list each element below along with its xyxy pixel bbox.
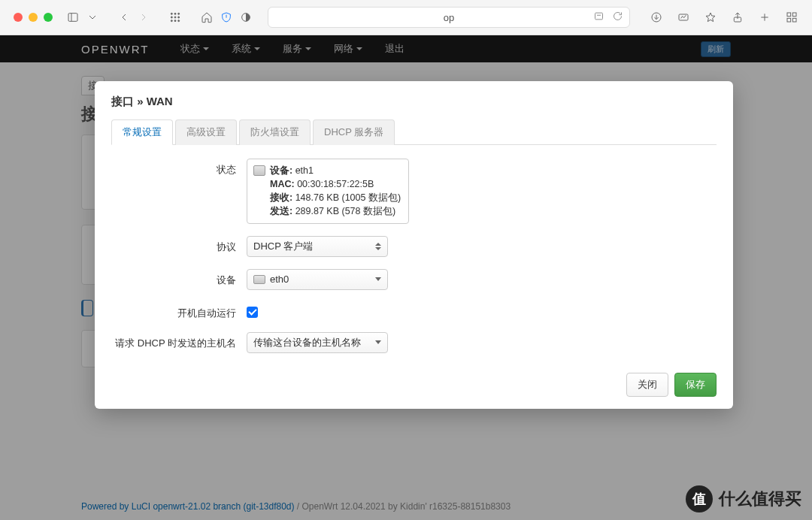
label-status: 状态	[111, 159, 247, 177]
svg-point-10	[178, 20, 180, 22]
row-protocol: 协议 DHCP 客户端	[111, 236, 717, 257]
privacy-half-icon[interactable]	[239, 11, 253, 24]
browser-toolbar: op	[0, 0, 812, 35]
status-box: 设备: eth1 MAC: 00:30:18:57:22:5B 接收: 148.…	[247, 159, 409, 224]
svg-rect-24	[787, 18, 791, 22]
forward-icon[interactable]	[137, 11, 150, 24]
url-text: op	[444, 12, 454, 23]
svg-point-9	[174, 20, 176, 22]
nic-icon	[253, 165, 265, 176]
tab-firewall[interactable]: 防火墙设置	[239, 119, 311, 145]
sidebar-toggle-icon[interactable]	[66, 11, 80, 24]
label-hostname: 请求 DHCP 时发送的主机名	[111, 332, 247, 350]
share-icon[interactable]	[731, 11, 744, 24]
maximize-window-button[interactable]	[44, 13, 53, 22]
modal-tabs: 常规设置 高级设置 防火墙设置 DHCP 服务器	[111, 119, 717, 145]
svg-marker-18	[706, 13, 715, 22]
label-protocol: 协议	[111, 236, 247, 254]
svg-point-3	[174, 13, 176, 14]
home-icon[interactable]	[200, 11, 214, 24]
chevron-down-icon[interactable]	[86, 11, 99, 24]
chevron-down-icon	[375, 340, 381, 344]
row-hostname: 请求 DHCP 时发送的主机名 传输这台设备的主机名称	[111, 332, 717, 353]
minimize-window-button[interactable]	[29, 13, 38, 22]
label-autostart: 开机自动运行	[111, 302, 247, 320]
svg-rect-13	[595, 13, 603, 20]
reader-icon[interactable]	[593, 11, 604, 24]
tabs-icon[interactable]	[785, 11, 798, 24]
svg-rect-22	[787, 13, 791, 17]
row-status: 状态 设备: eth1 MAC: 00:30:18:57:22:5B 接收: 1…	[111, 159, 717, 224]
autostart-checkbox[interactable]	[247, 307, 258, 318]
protocol-value: DHCP 客户端	[253, 240, 313, 253]
close-window-button[interactable]	[14, 13, 23, 22]
window-controls	[14, 13, 53, 22]
interface-edit-modal: 接口 » WAN 常规设置 高级设置 防火墙设置 DHCP 服务器 状态 设备:…	[95, 81, 733, 409]
apps-grid-icon[interactable]	[168, 11, 182, 24]
row-autostart: 开机自动运行	[111, 302, 717, 320]
svg-point-8	[171, 20, 172, 22]
watermark: 值 什么值得买	[686, 485, 801, 512]
tab-advanced[interactable]: 高级设置	[175, 119, 237, 145]
close-button[interactable]: 关闭	[626, 373, 668, 397]
reload-icon[interactable]	[612, 11, 623, 24]
svg-point-6	[174, 17, 176, 18]
watermark-text: 什么值得买	[719, 488, 801, 510]
tab-general[interactable]: 常规设置	[111, 119, 173, 145]
shield-icon[interactable]	[220, 11, 233, 24]
modal-title: 接口 » WAN	[111, 95, 717, 109]
svg-point-7	[178, 17, 180, 18]
svg-point-5	[171, 17, 172, 18]
hostname-select[interactable]: 传输这台设备的主机名称	[247, 332, 388, 353]
svg-rect-23	[792, 13, 796, 17]
nic-icon	[253, 275, 265, 284]
svg-rect-0	[68, 14, 77, 22]
label-device: 设备	[111, 269, 247, 287]
chevron-down-icon	[375, 277, 381, 281]
back-icon[interactable]	[117, 11, 131, 24]
hostname-value: 传输这台设备的主机名称	[253, 336, 361, 349]
watermark-badge: 值	[686, 485, 713, 512]
annotate-icon[interactable]	[677, 11, 690, 24]
modal-footer: 关闭 保存	[111, 373, 717, 397]
address-bar[interactable]: op	[268, 7, 630, 28]
star-icon[interactable]	[704, 11, 717, 24]
row-device: 设备 eth0	[111, 269, 717, 290]
plus-icon[interactable]	[758, 11, 771, 24]
device-value: eth0	[270, 274, 289, 285]
svg-point-2	[171, 13, 172, 14]
svg-point-4	[178, 13, 180, 14]
tab-dhcp-server[interactable]: DHCP 服务器	[313, 119, 395, 145]
save-button[interactable]: 保存	[674, 373, 717, 397]
protocol-select[interactable]: DHCP 客户端	[247, 236, 388, 257]
updown-arrows-icon	[375, 241, 381, 252]
device-select[interactable]: eth0	[247, 269, 388, 290]
downloads-icon[interactable]	[650, 11, 663, 24]
svg-rect-25	[792, 18, 796, 22]
